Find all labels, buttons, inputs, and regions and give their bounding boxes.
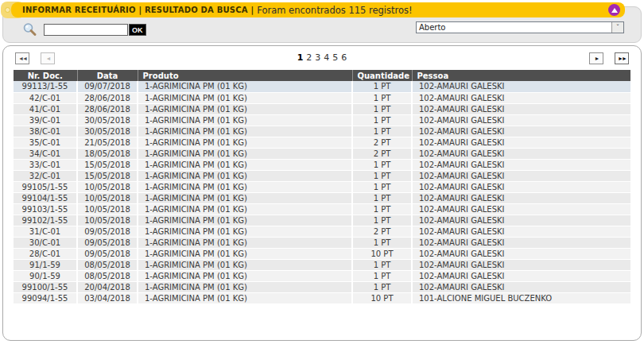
table-row[interactable]: 30/C-0109/05/20181-AGRIMICINA PM (01 KG)… xyxy=(14,237,630,248)
cell-data: 09/05/2018 xyxy=(77,237,138,248)
cell-pessoa: 102-AMAURI GALESKI xyxy=(412,103,630,114)
status-filter-select[interactable]: Aberto ˅ xyxy=(416,21,624,33)
cell-data: 30/05/2018 xyxy=(77,126,138,137)
cell-data: 15/05/2018 xyxy=(77,170,138,181)
cell-quantidade: 1 PT xyxy=(352,237,412,248)
cell-produto: 1-AGRIMICINA PM (01 KG) xyxy=(138,192,352,203)
cell-quantidade: 1 PT xyxy=(352,259,412,270)
cell-nr-doc: 34/C-01 xyxy=(14,148,77,159)
pagination-last-button[interactable]: ►► xyxy=(615,52,629,64)
cell-pessoa: 102-AMAURI GALESKI xyxy=(412,159,630,170)
cell-produto: 1-AGRIMICINA PM (01 KG) xyxy=(138,103,352,114)
cell-produto: 1-AGRIMICINA PM (01 KG) xyxy=(138,81,352,92)
cell-nr-doc: 39/C-01 xyxy=(14,114,77,126)
search-input[interactable] xyxy=(44,24,128,36)
cell-produto: 1-AGRIMICINA PM (01 KG) xyxy=(138,148,352,159)
magnifier-icon xyxy=(22,22,37,37)
collapse-panel-button[interactable] xyxy=(608,4,620,16)
search-ok-button[interactable]: OK xyxy=(129,24,146,36)
pagination-bar: ◄◄ ◄ 123456 ► ►► xyxy=(14,51,630,70)
cell-produto: 1-AGRIMICINA PM (01 KG) xyxy=(138,181,352,192)
cell-nr-doc: 99104/1-55 xyxy=(14,192,77,203)
cell-nr-doc: 99113/1-55 xyxy=(14,81,77,92)
pagination-page-6[interactable]: 6 xyxy=(341,52,347,63)
cell-data: 10/05/2018 xyxy=(77,181,138,192)
cell-produto: 1-AGRIMICINA PM (01 KG) xyxy=(138,170,352,181)
cell-quantidade: 2 PT xyxy=(352,226,412,237)
cell-pessoa: 102-AMAURI GALESKI xyxy=(412,137,630,148)
cell-nr-doc: 28/C-01 xyxy=(14,248,77,259)
table-row[interactable]: 28/C-0109/05/20181-AGRIMICINA PM (01 KG)… xyxy=(14,248,630,259)
page: INFORMAR RECEITUÁRIO | RESULTADO DA BUSC… xyxy=(0,0,644,344)
table-row[interactable]: 99102/1-5510/05/20181-AGRIMICINA PM (01 … xyxy=(14,215,630,226)
cell-data: 18/05/2018 xyxy=(77,148,138,159)
pagination-next-button[interactable]: ► xyxy=(589,52,603,64)
column-header-data: Data xyxy=(77,70,138,81)
table-row[interactable]: 41/C-0128/06/20181-AGRIMICINA PM (01 KG)… xyxy=(14,103,630,114)
table-row[interactable]: 99103/1-5510/05/20181-AGRIMICINA PM (01 … xyxy=(14,203,630,215)
cell-pessoa: 102-AMAURI GALESKI xyxy=(412,248,630,259)
result-count-message: Foram encontrados 115 registros! xyxy=(257,5,412,16)
cell-produto: 1-AGRIMICINA PM (01 KG) xyxy=(138,126,352,137)
pagination-page-2[interactable]: 2 xyxy=(306,52,312,63)
cell-nr-doc: 33/C-01 xyxy=(14,159,77,170)
cell-pessoa: 102-AMAURI GALESKI xyxy=(412,259,630,270)
pagination-page-3[interactable]: 3 xyxy=(315,52,320,63)
dropdown-arrow-button[interactable]: ˅ xyxy=(611,22,623,33)
cell-nr-doc: 99102/1-55 xyxy=(14,215,77,226)
cell-nr-doc: 31/C-01 xyxy=(14,226,77,237)
cell-produto: 1-AGRIMICINA PM (01 KG) xyxy=(138,114,352,126)
cell-data: 10/05/2018 xyxy=(77,203,138,215)
cell-data: 28/06/2018 xyxy=(77,92,138,103)
cell-produto: 1-AGRIMICINA PM (01 KG) xyxy=(138,292,352,303)
column-header-pessoa: Pessoa xyxy=(412,70,630,81)
cell-data: 30/05/2018 xyxy=(77,114,138,126)
table-row[interactable]: 42/C-0128/06/20181-AGRIMICINA PM (01 KG)… xyxy=(14,92,630,103)
table-row[interactable]: 31/C-0109/05/20181-AGRIMICINA PM (01 KG)… xyxy=(14,226,630,237)
table-row[interactable]: 35/C-0121/05/20181-AGRIMICINA PM (01 KG)… xyxy=(14,137,630,148)
cell-produto: 1-AGRIMICINA PM (01 KG) xyxy=(138,159,352,170)
cell-data: 20/04/2018 xyxy=(77,281,138,292)
table-row[interactable]: 99100/1-5520/04/20181-AGRIMICINA PM (01 … xyxy=(14,281,630,292)
page-title: INFORMAR RECEITUÁRIO | RESULTADO DA BUSC… xyxy=(22,6,254,14)
table-row[interactable]: 99105/1-5510/05/20181-AGRIMICINA PM (01 … xyxy=(14,181,630,192)
cell-quantidade: 2 PT xyxy=(352,137,412,148)
search-bar: OK xyxy=(22,22,146,37)
table-row[interactable]: 90/1-5908/05/20181-AGRIMICINA PM (01 KG)… xyxy=(14,270,630,281)
pagination-page-5[interactable]: 5 xyxy=(332,52,338,63)
table-row[interactable]: 33/C-0115/05/20181-AGRIMICINA PM (01 KG)… xyxy=(14,159,630,170)
cell-data: 09/05/2018 xyxy=(77,226,138,237)
pagination-page-4[interactable]: 4 xyxy=(324,52,329,63)
cell-quantidade: 1 PT xyxy=(352,192,412,203)
cell-pessoa: 102-AMAURI GALESKI xyxy=(412,203,630,215)
cell-pessoa: 102-AMAURI GALESKI xyxy=(412,92,630,103)
table-row[interactable]: 38/C-0130/05/20181-AGRIMICINA PM (01 KG)… xyxy=(14,126,630,137)
cell-pessoa: 102-AMAURI GALESKI xyxy=(412,81,630,92)
table-body: 99113/1-5509/07/20181-AGRIMICINA PM (01 … xyxy=(14,81,630,303)
cell-nr-doc: 35/C-01 xyxy=(14,137,77,148)
table-row[interactable]: 99094/1-5503/04/20181-AGRIMICINA PM (01 … xyxy=(14,292,630,303)
table-header-row: Nr. Doc. Data Produto Quantidade Pessoa xyxy=(14,70,630,81)
title-bar: INFORMAR RECEITUÁRIO | RESULTADO DA BUSC… xyxy=(11,2,625,17)
table-row[interactable]: 34/C-0118/05/20181-AGRIMICINA PM (01 KG)… xyxy=(14,148,630,159)
cell-data: 28/06/2018 xyxy=(77,103,138,114)
cell-pessoa: 102-AMAURI GALESKI xyxy=(412,170,630,181)
cell-pessoa: 102-AMAURI GALESKI xyxy=(412,270,630,281)
table-row[interactable]: 39/C-0130/05/20181-AGRIMICINA PM (01 KG)… xyxy=(14,114,630,126)
cell-quantidade: 10 PT xyxy=(352,248,412,259)
cell-quantidade: 1 PT xyxy=(352,215,412,226)
pagination-page-1[interactable]: 1 xyxy=(297,52,304,63)
cell-quantidade: 1 PT xyxy=(352,170,412,181)
cell-pessoa: 102-AMAURI GALESKI xyxy=(412,237,630,248)
chevron-down-icon: ˅ xyxy=(616,25,620,30)
results-table: Nr. Doc. Data Produto Quantidade Pessoa … xyxy=(14,70,630,304)
cell-nr-doc: 99094/1-55 xyxy=(14,292,77,303)
table-row[interactable]: 99104/1-5510/05/20181-AGRIMICINA PM (01 … xyxy=(14,192,630,203)
table-row[interactable]: 99113/1-5509/07/20181-AGRIMICINA PM (01 … xyxy=(14,81,630,92)
table-row[interactable]: 32/C-0115/05/20181-AGRIMICINA PM (01 KG)… xyxy=(14,170,630,181)
cell-nr-doc: 30/C-01 xyxy=(14,237,77,248)
cell-produto: 1-AGRIMICINA PM (01 KG) xyxy=(138,203,352,215)
table-row[interactable]: 91/1-5908/05/20181-AGRIMICINA PM (01 KG)… xyxy=(14,259,630,270)
cell-data: 03/04/2018 xyxy=(77,292,138,303)
column-header-nr-doc: Nr. Doc. xyxy=(14,70,77,81)
